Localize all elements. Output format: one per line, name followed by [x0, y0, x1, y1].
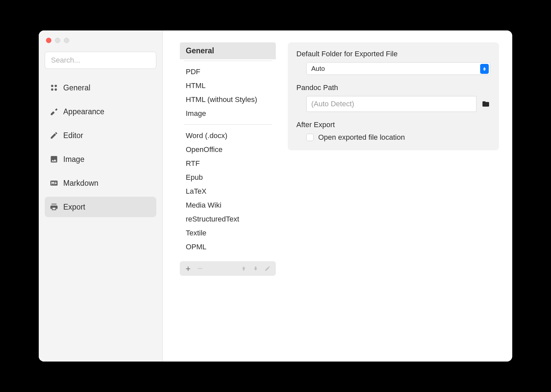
sidebar-item-appearance[interactable]: Appearance [45, 101, 156, 122]
export-item[interactable]: OpenOffice [180, 143, 276, 157]
sidebar: General Appearance Editor Image [39, 30, 163, 362]
search-wrap [45, 52, 156, 77]
default-folder-select[interactable]: Auto [306, 62, 490, 75]
remove-button[interactable]: − [196, 265, 204, 272]
export-list-toolbar: + − [180, 261, 276, 276]
export-item[interactable]: HTML (without Styles) [180, 93, 276, 107]
markdown-icon [49, 178, 59, 188]
image-icon [49, 155, 59, 164]
default-folder-label: Default Folder for Exported File [296, 50, 490, 58]
sidebar-item-label: Markdown [63, 179, 98, 188]
default-folder-section: Default Folder for Exported File Auto [296, 50, 490, 75]
export-item[interactable]: RTF [180, 157, 276, 171]
export-item[interactable]: Media Wiki [180, 198, 276, 212]
pandoc-path-section: Pandoc Path [296, 83, 490, 112]
close-button[interactable] [46, 38, 51, 43]
export-item[interactable]: Textile [180, 226, 276, 240]
pencil-icon [49, 131, 59, 140]
pandoc-path-label: Pandoc Path [296, 83, 490, 92]
after-export-label: After Export [296, 121, 490, 129]
main-panel: General PDF HTML HTML (without Styles) I… [163, 30, 512, 362]
minimize-button[interactable] [55, 38, 60, 43]
divider [184, 61, 272, 61]
maximize-button[interactable] [64, 38, 69, 43]
pandoc-path-input[interactable] [306, 96, 476, 112]
chevron-updown-icon [480, 64, 489, 74]
window-controls [45, 38, 156, 52]
export-item[interactable]: Epub [180, 171, 276, 184]
export-group-2: Word (.docx) OpenOffice RTF Epub LaTeX M… [180, 126, 276, 257]
grid-icon [49, 83, 59, 92]
default-folder-value: Auto [311, 65, 325, 73]
export-settings-panel: Default Folder for Exported File Auto Pa… [288, 42, 499, 150]
move-down-button[interactable] [252, 265, 259, 272]
paint-icon [49, 107, 59, 116]
sidebar-item-label: Appearance [63, 107, 104, 116]
sidebar-item-markdown[interactable]: Markdown [45, 173, 156, 193]
edit-button[interactable] [264, 265, 271, 272]
sidebar-nav: General Appearance Editor Image [45, 77, 156, 220]
sidebar-item-export[interactable]: Export [45, 197, 156, 217]
export-item[interactable]: LaTeX [180, 184, 276, 198]
sidebar-item-general[interactable]: General [45, 77, 156, 98]
add-button[interactable]: + [184, 265, 192, 272]
export-list-header[interactable]: General [180, 42, 276, 59]
svg-point-3 [55, 88, 57, 91]
export-format-list: General PDF HTML HTML (without Styles) I… [180, 42, 276, 350]
printer-icon [49, 202, 59, 212]
export-group-1: PDF HTML HTML (without Styles) Image [180, 62, 276, 123]
export-item[interactable]: OPML [180, 240, 276, 254]
sidebar-item-editor[interactable]: Editor [45, 125, 156, 146]
preferences-window: General Appearance Editor Image [39, 30, 512, 362]
divider [184, 124, 272, 125]
open-exported-location-label[interactable]: Open exported file location [318, 133, 405, 142]
svg-point-1 [55, 85, 57, 87]
move-up-button[interactable] [240, 265, 247, 272]
sidebar-item-label: Editor [63, 131, 83, 140]
sidebar-item-image[interactable]: Image [45, 149, 156, 170]
export-item[interactable]: PDF [180, 65, 276, 79]
svg-point-0 [51, 85, 53, 87]
sidebar-item-label: General [63, 83, 90, 92]
export-item[interactable]: Image [180, 107, 276, 121]
export-item[interactable]: HTML [180, 79, 276, 93]
folder-icon [482, 100, 490, 108]
export-item[interactable]: reStructuredText [180, 212, 276, 226]
svg-point-2 [51, 88, 53, 91]
after-export-section: After Export Open exported file location [296, 121, 490, 142]
export-item[interactable]: Word (.docx) [180, 129, 276, 143]
sidebar-item-label: Image [63, 155, 84, 164]
browse-folder-button[interactable] [481, 99, 490, 109]
sidebar-item-label: Export [63, 203, 85, 212]
open-exported-location-checkbox[interactable] [306, 134, 314, 141]
search-input[interactable] [45, 52, 156, 69]
